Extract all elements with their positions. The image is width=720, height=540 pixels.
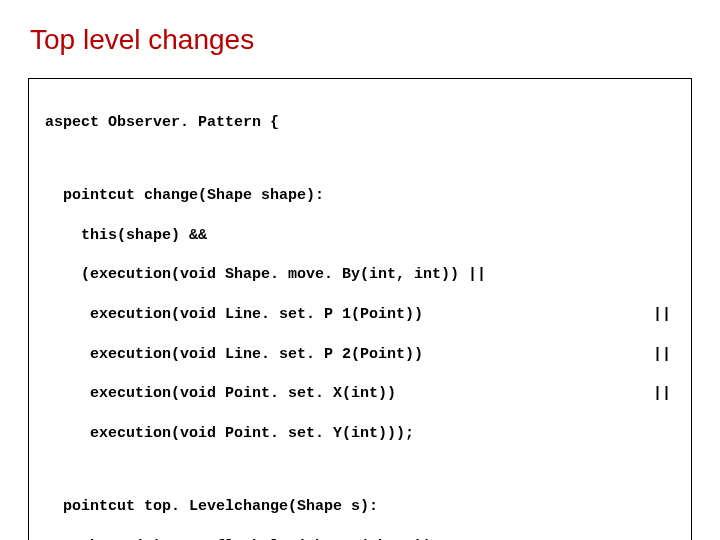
code-text: execution(void Line. set. P 2(Point)) [90,345,423,365]
code-text: execution(void Point. set. Y(int))); [90,425,414,442]
code-line: aspect Observer. Pattern { [45,113,675,133]
slide-title: Top level changes [30,24,692,56]
code-line: pointcut top. Levelchange(Shape s): [45,497,675,517]
blank-line [45,152,675,166]
code-line: this(shape) && [45,226,675,246]
code-text: execution(void Line. set. P 1(Point)) [90,305,423,325]
slide: Top level changes aspect Observer. Patte… [0,0,720,540]
code-text: execution(void Point. set. X(int)) [90,384,396,404]
code-line: pointcut change(Shape shape): [45,186,675,206]
code-line: execution(void Line. set. P 1(Point))|| [45,305,675,325]
code-text: change(Shape shape): [135,187,324,204]
code-text: Observer. Pattern { [99,114,279,131]
code-box: aspect Observer. Pattern { pointcut chan… [28,78,692,540]
code-text: || [423,305,675,325]
code-text: this(shape) && [81,227,207,244]
code-line: execution(void Line. set. P 2(Point))|| [45,345,675,365]
code-line: execution(void Point. set. Y(int))); [45,424,675,444]
code-text: top. Levelchange(Shape s): [135,498,378,515]
code-text: || [423,345,675,365]
blank-line [45,463,675,477]
keyword-pointcut: pointcut [63,187,135,204]
keyword-pointcut: pointcut [63,498,135,515]
code-text: || [396,384,675,404]
code-text: (execution(void Shape. move. By(int, int… [81,266,486,283]
keyword-aspect: aspect [45,114,99,131]
code-line: execution(void Point. set. X(int))|| [45,384,675,404]
code-line: (execution(void Shape. move. By(int, int… [45,265,675,285]
